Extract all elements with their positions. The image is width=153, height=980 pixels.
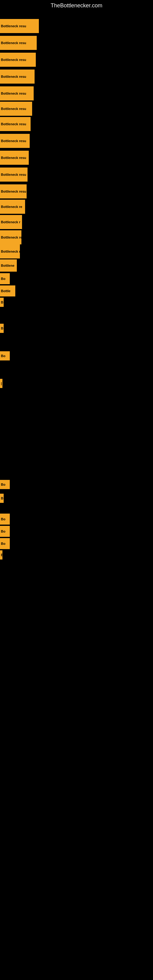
bar-item: Bo	[0, 351, 10, 360]
bar-label: Bo	[0, 530, 6, 533]
bar-item: Bottleneck resu	[0, 36, 37, 50]
bar-item: Bottleneck resu	[0, 102, 32, 116]
bar-label: Bottleneck resu	[0, 75, 27, 78]
bar-label: Bo	[0, 517, 6, 521]
bar-item: Bottlene	[0, 259, 17, 272]
bar-label: Bottleneck resu	[0, 58, 27, 62]
bar-item: Bottleneck r	[0, 215, 22, 229]
bar-label: Bottlene	[0, 264, 15, 267]
bar-item: Bottleneck resu	[0, 167, 27, 181]
bar-item: B	[0, 494, 4, 503]
bar-item: B	[0, 324, 4, 333]
bar-item: Bottleneck resu	[0, 117, 30, 131]
bar-item: Bo	[0, 514, 10, 525]
bar-label: Bottleneck resu	[0, 189, 27, 193]
bar-item: Bottleneck resu	[0, 52, 36, 67]
bar-label: Bottleneck resu	[0, 122, 27, 126]
bar-item: Bottleneck resu	[0, 151, 29, 165]
bar-item: B	[0, 298, 4, 307]
bar-item: Bo	[0, 480, 10, 489]
bar-item: |	[0, 379, 2, 388]
bar-item: Bottle	[0, 285, 15, 296]
bar-label: B	[0, 553, 2, 557]
bar-item: Bo	[0, 538, 10, 549]
bar-label: B	[0, 326, 4, 330]
bar-item: Bo	[0, 526, 10, 537]
bar-label: Bottleneck resu	[0, 156, 27, 159]
bar-label: Bottleneck resu	[0, 24, 27, 28]
bar-item: Bo	[0, 273, 10, 284]
bar-label: Bottleneck resu	[0, 139, 27, 143]
bar-item: Bottleneck resu	[0, 185, 27, 199]
bar-label: Bottleneck re	[0, 205, 23, 208]
bar-item: Bottleneck resu	[0, 134, 30, 148]
bar-label: Bottleneck r	[0, 220, 21, 224]
bar-item: Bottleneck resu	[0, 86, 33, 100]
bar-label: Bo	[0, 277, 6, 280]
bar-label: Bottleneck resu	[0, 107, 27, 111]
bar-label: B	[0, 496, 4, 500]
bar-label: Bottleneck resu	[0, 92, 27, 95]
bar-item: Bottleneck re	[0, 230, 21, 244]
bar-label: Bottleneck re	[0, 235, 21, 239]
bar-label: Bo	[0, 354, 6, 358]
bar-label: Bo	[0, 483, 6, 486]
bar-label: Bottleneck r	[0, 250, 20, 253]
bar-label: Bottleneck resu	[0, 173, 27, 177]
bar-item: Bottleneck resu	[0, 70, 35, 84]
bar-item: Bottleneck r	[0, 244, 20, 258]
bar-item: B	[0, 550, 2, 560]
bar-label: Bottleneck resu	[0, 41, 27, 45]
bar-item: Bottleneck resu	[0, 19, 39, 33]
bar-label: Bottle	[0, 289, 11, 293]
bar-label: B	[0, 301, 4, 304]
bar-label: |	[0, 382, 2, 385]
site-title: TheBottlenecker.com	[0, 0, 153, 11]
bar-item: Bottleneck re	[0, 200, 25, 214]
bar-label: Bo	[0, 542, 6, 546]
